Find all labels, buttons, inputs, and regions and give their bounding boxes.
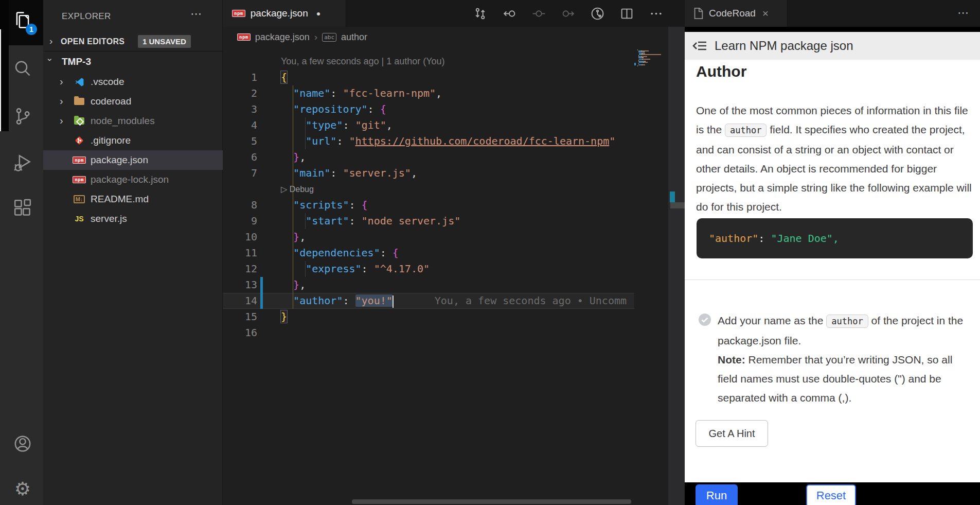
run-button[interactable]: Run: [696, 484, 738, 505]
activitybar-item-account[interactable]: [9, 430, 36, 457]
activity-badge: 1: [26, 24, 37, 35]
vertical-scrollbar[interactable]: [668, 27, 685, 505]
tab-close-icon[interactable]: ×: [762, 7, 769, 20]
code-token: "node server.js": [362, 215, 461, 227]
debug-codelens[interactable]: ▷ Debug: [281, 181, 314, 197]
code-token: :: [349, 215, 361, 227]
line-number[interactable]: 3: [223, 101, 257, 117]
tab-label: package.json: [251, 8, 308, 19]
task-sentence: Add your name as the author of the proje…: [718, 311, 975, 350]
file-item-label: package-lock.json: [91, 174, 169, 185]
coderoad-panel: CodeRoad × ⋯ Learn NPM package json Auth…: [685, 0, 980, 505]
code-line-text: "repository": {: [281, 101, 386, 117]
previous-change-icon[interactable]: [503, 7, 516, 21]
code-line-text: "dependencies": {: [281, 245, 399, 261]
breadcrumb-symbol[interactable]: author: [341, 32, 367, 43]
more-actions-icon[interactable]: [649, 7, 663, 21]
minimap[interactable]: [634, 49, 668, 80]
code-line: 9 "start": "node server.js": [223, 213, 634, 229]
activitybar-item-search[interactable]: [9, 56, 36, 82]
compare-changes-icon[interactable]: [473, 7, 487, 21]
minimap-pixels: [638, 64, 642, 65]
git-icon: [73, 135, 85, 146]
example-code-block: "author": "Jane Doe",: [697, 218, 973, 258]
string-symbol-icon: abc: [322, 33, 336, 42]
line-number[interactable]: 12: [223, 261, 257, 277]
account-icon: [12, 433, 33, 455]
minimap-line: [639, 59, 650, 60]
inline-code-chip: author: [725, 124, 767, 137]
line-number[interactable]: 11: [223, 245, 257, 261]
timeline-icon[interactable]: [591, 7, 604, 21]
code-token: [281, 103, 293, 115]
extensions-icon: [12, 197, 33, 219]
minimap-pixels: [639, 62, 643, 63]
code-token: "start": [306, 215, 349, 227]
code-token: "author": [293, 294, 343, 307]
code-token: {: [393, 247, 399, 259]
code-token: "dependencies": [293, 247, 380, 259]
reset-button[interactable]: Reset: [806, 484, 856, 505]
minimap-line: [639, 54, 661, 55]
code-line-text: },: [281, 229, 306, 245]
code-token: "type": [306, 119, 343, 131]
line-number[interactable]: 2: [223, 85, 257, 101]
next-change-icon[interactable]: [561, 7, 575, 21]
line-number[interactable]: 1: [223, 69, 257, 85]
file-item-gitignore[interactable]: .gitignore: [43, 131, 223, 150]
line-number[interactable]: 9: [223, 213, 257, 229]
gitlens-file-blame[interactable]: You, a few seconds ago | 1 author (You): [281, 54, 445, 69]
code-token: ": [609, 135, 615, 147]
npm-icon: npm: [73, 154, 85, 166]
line-number[interactable]: 6: [223, 149, 257, 165]
line-number[interactable]: 14: [223, 293, 257, 309]
minimap-pixels: [643, 59, 650, 60]
code-line: 4 "type": "git",: [223, 117, 634, 133]
file-item-coderoad[interactable]: ›coderoad: [43, 92, 223, 111]
code-token: "express": [306, 263, 361, 275]
activitybar-item-run-debug[interactable]: [9, 149, 36, 176]
line-number[interactable]: 10: [223, 229, 257, 245]
line-number[interactable]: 4: [223, 117, 257, 133]
inline-code-chip: author: [826, 315, 868, 328]
activitybar-item-explorer[interactable]: 1: [9, 7, 36, 34]
activitybar-item-extensions[interactable]: [9, 195, 36, 221]
codelens-row[interactable]: ▷ Debug: [223, 181, 634, 197]
code-line-text: "express": "^4.17.0": [281, 261, 430, 277]
tab-package-json[interactable]: npm package.json ●: [223, 0, 346, 27]
left-edge-highlight: [0, 29, 1, 131]
overview-ruler-cursor-marker: [670, 202, 685, 208]
horizontal-scrollbar[interactable]: [352, 499, 631, 504]
code-token: [281, 231, 293, 243]
modified-indicator[interactable]: ●: [316, 9, 320, 18]
code-token: ,: [411, 167, 417, 179]
breadcrumb-file[interactable]: package.json: [255, 32, 310, 43]
code-token: [281, 87, 293, 99]
activity-bar: 1⚙: [0, 0, 43, 505]
line-number[interactable]: 15: [223, 309, 257, 325]
task-note: Note: Remember that you’re writing JSON,…: [718, 350, 975, 407]
activitybar-item-settings[interactable]: ⚙: [9, 476, 36, 502]
file-item-vscode[interactable]: ›.vscode: [43, 72, 223, 92]
line-number[interactable]: 8: [223, 197, 257, 213]
file-item-server-js[interactable]: JSserver.js: [43, 209, 223, 229]
code-token: "fcc-learn-npm": [343, 87, 436, 99]
tab-coderoad[interactable]: CodeRoad ×: [685, 0, 788, 27]
commit-icon[interactable]: [532, 7, 546, 21]
vscode-window: 1⚙ EXPLORER ⋯ › OPEN EDITORS 1 UNSAVED ›…: [0, 0, 980, 505]
line-number[interactable]: 5: [223, 133, 257, 149]
file-item-readme-md[interactable]: M↓README.md: [43, 189, 223, 209]
menu-back-icon[interactable]: [692, 38, 707, 54]
settings-icon: ⚙: [14, 480, 31, 498]
panel-more-actions-icon[interactable]: ⋯: [957, 6, 969, 20]
line-number[interactable]: 16: [223, 325, 257, 341]
file-item-node-modules[interactable]: ›node_modules: [43, 111, 223, 131]
split-editor-icon[interactable]: [620, 7, 634, 21]
activitybar-item-source-control[interactable]: [9, 103, 36, 130]
file-item-package-json[interactable]: npmpackage.json: [43, 150, 223, 170]
line-number[interactable]: 13: [223, 277, 257, 293]
line-number[interactable]: 7: [223, 165, 257, 181]
file-item-package-lock-json[interactable]: npmpackage-lock.json: [43, 170, 223, 189]
code-token: [281, 263, 306, 275]
get-a-hint-button[interactable]: Get A Hint: [696, 420, 768, 447]
